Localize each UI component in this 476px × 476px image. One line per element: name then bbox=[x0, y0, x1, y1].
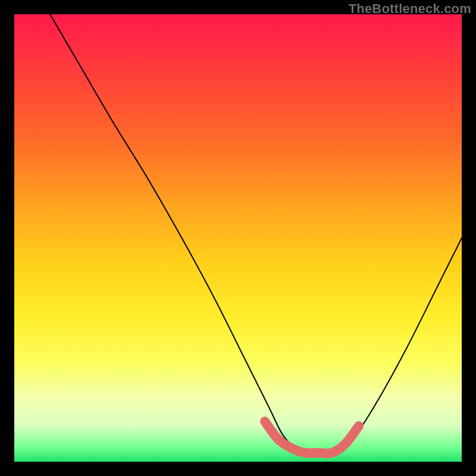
watermark-text: TheBottleneck.com bbox=[349, 1, 471, 17]
bottleneck-curve bbox=[50, 14, 462, 453]
curve-layer bbox=[14, 14, 462, 462]
chart-frame: TheBottleneck.com bbox=[0, 0, 476, 476]
plot-area bbox=[14, 14, 462, 462]
optimal-range-marker bbox=[265, 421, 359, 453]
